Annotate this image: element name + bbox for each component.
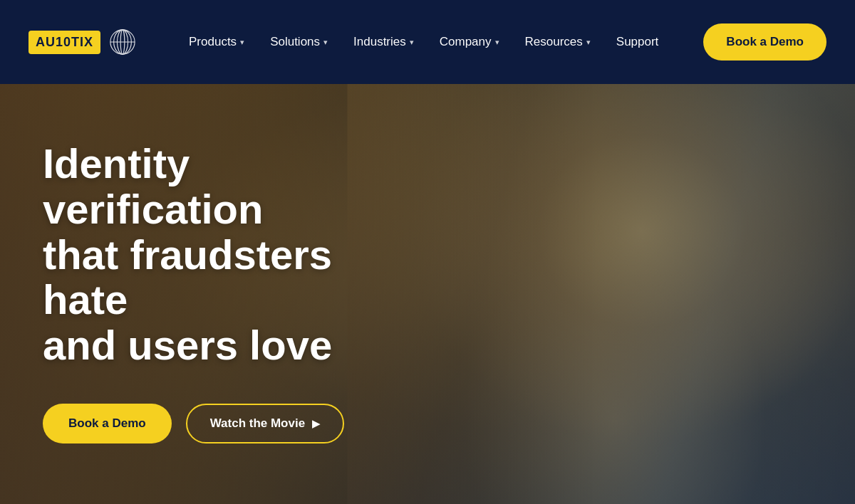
chevron-down-icon: ▾ — [410, 38, 414, 47]
brand-name: AU10TIX — [36, 35, 93, 49]
chevron-down-icon: ▾ — [240, 38, 244, 47]
play-icon: ▶ — [312, 418, 320, 429]
logo-box: AU10TIX — [28, 31, 100, 54]
hero-section: Identity verification that fraudsters ha… — [0, 84, 855, 504]
navbar: AU10TIX Products ▾ Solutions ▾ Industrie… — [0, 0, 855, 84]
nav-item-solutions[interactable]: Solutions ▾ — [260, 29, 338, 55]
nav-item-company[interactable]: Company ▾ — [430, 29, 509, 55]
logo-icon — [109, 28, 136, 56]
hero-watch-movie-button[interactable]: Watch the Movie ▶ — [186, 404, 345, 443]
hero-book-demo-button[interactable]: Book a Demo — [43, 404, 172, 443]
chevron-down-icon: ▾ — [495, 38, 499, 47]
nav-links: Products ▾ Solutions ▾ Industries ▾ Comp… — [179, 29, 689, 55]
hero-content: Identity verification that fraudsters ha… — [0, 84, 442, 500]
nav-item-support[interactable]: Support — [606, 29, 669, 55]
nav-item-resources[interactable]: Resources ▾ — [515, 29, 601, 55]
hero-title: Identity verification that fraudsters ha… — [43, 141, 399, 368]
logo-container[interactable]: AU10TIX — [28, 28, 136, 56]
nav-item-products[interactable]: Products ▾ — [179, 29, 254, 55]
nav-item-industries[interactable]: Industries ▾ — [343, 29, 424, 55]
hero-buttons: Book a Demo Watch the Movie ▶ — [43, 404, 399, 443]
chevron-down-icon: ▾ — [323, 38, 328, 47]
chevron-down-icon: ▾ — [586, 38, 591, 47]
nav-book-demo-button[interactable]: Book a Demo — [703, 23, 826, 61]
